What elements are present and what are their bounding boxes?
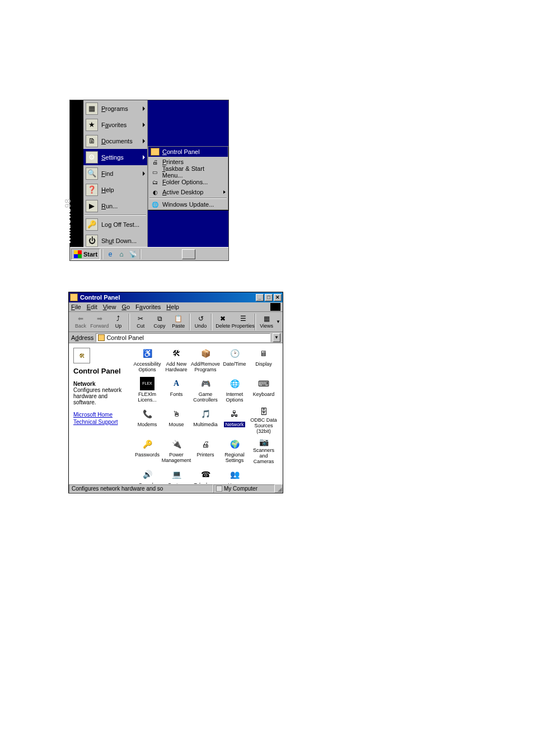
- up-button[interactable]: ⤴Up: [109, 312, 128, 332]
- cp-item-modems[interactable]: 📞Modems: [134, 407, 161, 434]
- toolbar-label: Properties: [232, 323, 255, 329]
- submenu-arrow-icon: [143, 106, 145, 111]
- cp-item-label: Passwords: [135, 452, 160, 458]
- cp-item-add-remove-programs[interactable]: 📦Add/Remove Programs: [192, 347, 219, 374]
- submenu-item-folder-options[interactable]: 🗂 Folder Options...: [148, 177, 228, 187]
- status-text: Configures network hardware and so: [69, 484, 213, 493]
- submenu-item-control-panel[interactable]: Control Panel: [148, 147, 228, 157]
- cp-item-label: Multimedia: [193, 422, 218, 427]
- cp-item-mouse[interactable]: 🖱Mouse: [163, 407, 190, 434]
- forward-button: ➡Forward: [90, 312, 109, 332]
- cp-item-passwords[interactable]: 🔑Passwords: [134, 437, 161, 464]
- control-panel-icon: [151, 148, 160, 156]
- cp-item-icon: A: [169, 377, 184, 390]
- active-desktop-icon: ◐: [151, 188, 160, 196]
- delete-button[interactable]: ✖Delete: [213, 312, 232, 332]
- cp-item-power-management[interactable]: 🔌Power Management: [163, 437, 190, 464]
- start-item-settings[interactable]: ⚙ Settings: [83, 149, 147, 165]
- undo-icon: ↺: [196, 315, 205, 323]
- views-button[interactable]: ▦Views: [257, 312, 276, 332]
- copy-button[interactable]: ⧉Copy: [150, 312, 169, 332]
- cp-item-label: Scanners and Cameras: [250, 447, 277, 464]
- brand-version: 98: [63, 199, 72, 208]
- cp-item-accessibility-options[interactable]: ♿Accessibility Options: [134, 347, 161, 374]
- start-item-logoff[interactable]: 🔑 Log Off Test...: [83, 216, 147, 232]
- cp-item-icon: 📦: [198, 347, 213, 360]
- address-dropdown-button[interactable]: ▼: [273, 333, 280, 342]
- link-technical-support[interactable]: Technical Support: [73, 418, 128, 426]
- toolbar-label: Up: [115, 323, 122, 329]
- menu-file[interactable]: File: [71, 304, 81, 310]
- start-item-favorites[interactable]: ★ Favorites: [83, 116, 147, 133]
- cut-button[interactable]: ✂Cut: [131, 312, 150, 332]
- cp-item-label: ODBC Data Sources (32bit): [250, 417, 277, 434]
- menu-help[interactable]: Help: [166, 304, 179, 310]
- cp-item-display[interactable]: 🖥Display: [250, 347, 277, 374]
- taskbar-task-button[interactable]: [182, 249, 195, 259]
- start-item-find[interactable]: 🔍 Find: [83, 165, 147, 181]
- link-microsoft-home[interactable]: Microsoft Home: [73, 411, 128, 418]
- start-button-label: Start: [83, 251, 97, 258]
- submenu-item-taskbar[interactable]: ▭ Taskbar & Start Menu...: [148, 167, 228, 177]
- cp-item-add-new-hardware[interactable]: 🛠Add New Hardware: [163, 347, 190, 374]
- properties-button[interactable]: ☰Properties: [232, 312, 254, 332]
- address-input[interactable]: Control Panel: [96, 333, 270, 342]
- menu-separator: [149, 198, 227, 199]
- cp-item-printers[interactable]: 🖨Printers: [192, 437, 219, 464]
- window-titlebar[interactable]: Control Panel _ □ ✕: [69, 292, 283, 302]
- cp-item-fonts[interactable]: AFonts: [163, 377, 190, 404]
- submenu-label: Windows Update...: [162, 201, 214, 208]
- submenu-arrow-icon: [143, 139, 145, 143]
- cp-item-regional-settings[interactable]: 🌍Regional Settings: [221, 437, 248, 464]
- cp-item-flexlm-licens[interactable]: FLEXFLEXlm Licens...: [134, 377, 161, 404]
- start-item-programs[interactable]: ▦ Programs: [83, 100, 147, 116]
- close-button[interactable]: ✕: [274, 294, 282, 301]
- cp-item-network[interactable]: 🖧Network: [221, 407, 248, 434]
- status-zone: My Computer: [213, 484, 275, 493]
- start-item-shutdown[interactable]: ⏻ Shut Down...: [83, 232, 147, 249]
- submenu-label: Active Desktop: [162, 189, 203, 195]
- cp-item-icon: 👥: [227, 468, 242, 481]
- cp-item-internet-options[interactable]: 🌐Internet Options: [221, 377, 248, 404]
- toolbar-overflow-icon[interactable]: ▼: [276, 319, 280, 324]
- paste-button[interactable]: 📋Paste: [169, 312, 188, 332]
- menu-view[interactable]: View: [103, 304, 116, 310]
- submenu-arrow-icon: [223, 190, 226, 194]
- start-item-documents[interactable]: 🗎 Documents: [83, 133, 147, 149]
- undo-button[interactable]: ↺Undo: [191, 312, 210, 332]
- quicklaunch-desktop-icon[interactable]: ⌂: [116, 249, 127, 259]
- cp-item-multimedia[interactable]: 🎵Multimedia: [192, 407, 219, 434]
- submenu-item-windows-update[interactable]: 🌐 Windows Update...: [148, 199, 228, 209]
- toolbar-label: Delete: [216, 323, 230, 329]
- cp-item-icon: ♿: [140, 347, 154, 360]
- cp-item-date-time[interactable]: 🕑Date/Time: [221, 347, 248, 374]
- cp-item-label: FLEXlm Licens...: [134, 391, 161, 403]
- cp-item-game-controllers[interactable]: 🎮Game Controllers: [192, 377, 219, 404]
- cp-item-icon: 🎮: [198, 377, 213, 390]
- windows-logo-icon: [74, 250, 82, 258]
- menu-favorites[interactable]: Favorites: [135, 304, 161, 310]
- quicklaunch-ie-icon[interactable]: e: [105, 249, 115, 259]
- cp-item-scanners-and-cameras[interactable]: 📷Scanners and Cameras: [250, 437, 277, 464]
- start-item-help[interactable]: ❓ Help: [83, 181, 147, 198]
- cp-item-icon: 🔌: [169, 437, 184, 451]
- cp-item-icon: 🗄: [256, 407, 271, 416]
- arrow-right-icon: ➡: [95, 315, 104, 323]
- cp-item-label: Regional Settings: [221, 452, 248, 463]
- toolbar-label: Forward: [90, 323, 109, 329]
- submenu-item-active-desktop[interactable]: ◐ Active Desktop: [148, 187, 228, 197]
- cp-item-odbc-data-sources-32bit[interactable]: 🗄ODBC Data Sources (32bit): [250, 407, 277, 434]
- minimize-button[interactable]: _: [256, 294, 264, 301]
- cp-item-keyboard[interactable]: ⌨Keyboard: [250, 377, 277, 404]
- menu-go[interactable]: Go: [121, 304, 130, 310]
- maximize-button[interactable]: □: [265, 294, 273, 301]
- cp-item-label: Add New Hardware: [163, 361, 190, 372]
- start-item-run[interactable]: ▶ Run...: [83, 198, 147, 214]
- submenu-label: Printers: [162, 158, 184, 165]
- cut-icon: ✂: [136, 315, 145, 323]
- menu-edit[interactable]: Edit: [87, 304, 97, 310]
- resize-grip-icon[interactable]: ◢: [275, 484, 283, 493]
- toolbar-separator: [211, 314, 212, 330]
- start-button[interactable]: Start: [71, 249, 100, 260]
- quicklaunch-channels-icon[interactable]: 📡: [128, 249, 138, 259]
